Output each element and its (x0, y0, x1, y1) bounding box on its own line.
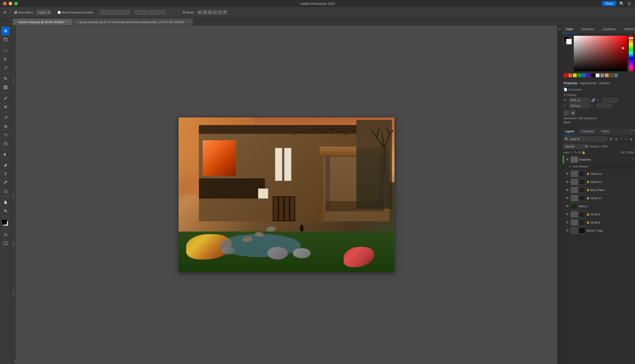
layers-panel-menu[interactable]: ☰ (629, 128, 635, 135)
move-tool-indicator[interactable]: ✢ (2, 10, 8, 15)
swatch-red[interactable] (564, 73, 568, 77)
align-left-icon[interactable]: ⬛ (100, 10, 104, 15)
tab-spring-close[interactable]: ✕ (187, 21, 189, 23)
props-tab-properties[interactable]: Properties (564, 81, 578, 86)
layer-item-shrub8[interactable]: 👁 🔒 Shrub 8 (562, 218, 635, 227)
layer-eye-shrub11[interactable]: 👁 (565, 180, 570, 184)
swatch-teal[interactable] (614, 73, 618, 77)
maximize-button[interactable] (14, 2, 18, 5)
hue-strip[interactable] (629, 36, 633, 71)
layer-eye-shrub9[interactable]: 👁 (565, 213, 570, 216)
3d-pan-icon[interactable]: ✛ (208, 10, 212, 15)
3d-rotate-icon[interactable]: ↺ (197, 10, 202, 15)
layer-item-moss1[interactable]: 👁 Moss 1 (562, 202, 635, 210)
lock-pixels-icon[interactable]: ⬚ (571, 151, 574, 154)
swap-colors-icon[interactable]: ↔ (567, 46, 569, 48)
3d-camera-icon[interactable]: 📷 (223, 10, 227, 15)
swatch-brown[interactable] (609, 73, 613, 77)
layer-eye-swatches[interactable]: 👁 (565, 158, 570, 161)
layer-filter-smart[interactable]: ◉ (629, 137, 633, 141)
tool-screen-mode[interactable] (2, 239, 10, 247)
chain-icon[interactable]: 🔗 (591, 98, 595, 102)
swatch-yellow[interactable] (573, 73, 577, 77)
layer-item-swatches[interactable]: 👁 Swatches fx (562, 155, 635, 164)
align-bottom-icon[interactable]: ⬛ (125, 10, 130, 15)
tool-history-brush[interactable] (2, 131, 10, 139)
swatch-purple[interactable] (586, 73, 591, 77)
layer-filter-text[interactable]: T (619, 137, 623, 141)
auto-select-toggle[interactable]: Auto-Select: (13, 10, 35, 15)
x-input[interactable] (602, 98, 618, 102)
3d-slide-icon[interactable]: ↔ (213, 10, 217, 15)
distribute-center-h-icon[interactable]: ⬛ (140, 10, 145, 15)
bg-swatch[interactable] (566, 39, 572, 44)
props-tab-libraries[interactable]: Libraries (598, 81, 610, 86)
lock-all-icon[interactable]: 🔒 (582, 151, 585, 154)
layer-eye-shrub17[interactable]: 👁 (565, 196, 570, 200)
swatch-gray[interactable] (600, 73, 604, 77)
tool-clone[interactable] (2, 122, 10, 130)
tool-hand[interactable] (2, 198, 10, 206)
tool-text[interactable]: T (2, 170, 10, 178)
layer-item-shrub17[interactable]: 👁 🔒 Shrub 17 (562, 194, 635, 202)
tool-eraser[interactable] (2, 140, 10, 148)
tab-gradients[interactable]: Gradients (598, 25, 620, 33)
tool-move[interactable] (2, 27, 10, 35)
color-spectrum[interactable] (574, 36, 627, 71)
layer-eye-berry[interactable]: 👁 (565, 188, 570, 192)
distribute-top-icon[interactable]: ⬛ (150, 10, 155, 15)
tool-lasso[interactable] (2, 55, 10, 63)
layer-eye-shrub8[interactable]: 👁 (565, 221, 570, 224)
layer-filter-shape[interactable]: ⬡ (624, 137, 628, 141)
swatch-white[interactable] (596, 73, 600, 77)
canvas-area[interactable] (16, 30, 557, 358)
distribute-left-icon[interactable]: ⬛ (135, 10, 140, 15)
canvas-chevron[interactable]: ▼ (564, 94, 566, 96)
distribute-right-icon[interactable]: ⬛ (145, 10, 150, 15)
tool-quick-mask[interactable] (2, 231, 10, 239)
collapse-icon[interactable]: ◀ (559, 27, 561, 30)
auto-select-checkbox[interactable] (14, 11, 17, 14)
layers-tab-layers[interactable]: Layers (562, 128, 578, 135)
tool-brush[interactable] (2, 114, 10, 122)
align-right-icon[interactable]: ⬛ (110, 10, 115, 15)
tool-artboard[interactable] (2, 36, 10, 44)
image-size-icon[interactable]: ⊞ (570, 110, 576, 116)
swatch-green[interactable] (577, 73, 581, 77)
y-input[interactable] (597, 103, 612, 108)
swatch-blue[interactable] (582, 73, 586, 77)
tab-patterns[interactable]: Patterns (620, 25, 635, 33)
layers-tab-paths[interactable]: Paths (598, 128, 613, 135)
tool-eyedropper[interactable] (2, 94, 10, 102)
layer-item-berry-plant[interactable]: 👁 🔒 Berry Plant (562, 186, 635, 194)
swatch-orange[interactable] (568, 73, 572, 77)
distribute-center-v-icon[interactable]: ⬛ (155, 10, 160, 15)
layer-eye-moss1[interactable]: 👁 (565, 204, 570, 208)
height-input[interactable] (569, 103, 590, 108)
layer-item-shrub9[interactable]: 👁 🔒 Shrub 9 (562, 210, 635, 218)
tool-path-selection[interactable] (2, 179, 10, 187)
show-transform-checkbox[interactable] (58, 11, 61, 14)
distribute-bottom-icon[interactable]: ⬛ (161, 10, 165, 15)
share-button[interactable]: Share (602, 1, 616, 6)
props-tab-adjustments[interactable]: Adjustments (580, 81, 596, 86)
align-center-v-icon[interactable]: ⬛ (120, 10, 125, 15)
canvas-size-icon[interactable]: ⬚ (564, 110, 569, 116)
tab-autumn-view[interactable]: ● Autumn View.psb @ 28.9% (RGB/8) * ✕ (13, 19, 72, 25)
swatch-black[interactable] (591, 73, 595, 77)
tab-color[interactable]: Color (562, 25, 577, 33)
minimize-button[interactable] (9, 2, 12, 5)
layer-eye-shrub12[interactable]: 👁 (565, 172, 570, 176)
3d-orbit-icon[interactable]: ⊙ (202, 10, 207, 15)
discovery-icon[interactable]: ☰ (627, 1, 631, 6)
tab-autumn-close[interactable]: ✕ (67, 21, 69, 23)
layer-item-shrub12[interactable]: 👁 🔒 Shrub 12 (562, 170, 635, 178)
close-button[interactable] (3, 2, 7, 5)
tool-magic-wand[interactable] (2, 64, 10, 72)
layer-eye-shrub7copy[interactable]: 👁 (565, 229, 570, 232)
layer-dropdown[interactable]: Layer (36, 10, 51, 15)
align-top-icon[interactable]: ⬛ (115, 10, 120, 15)
3d-scale-icon[interactable]: ⤡ (218, 10, 222, 15)
tool-pen[interactable] (2, 161, 10, 169)
layer-item-shrub7copy[interactable]: 👁 Shrub 7 copy (562, 227, 635, 235)
